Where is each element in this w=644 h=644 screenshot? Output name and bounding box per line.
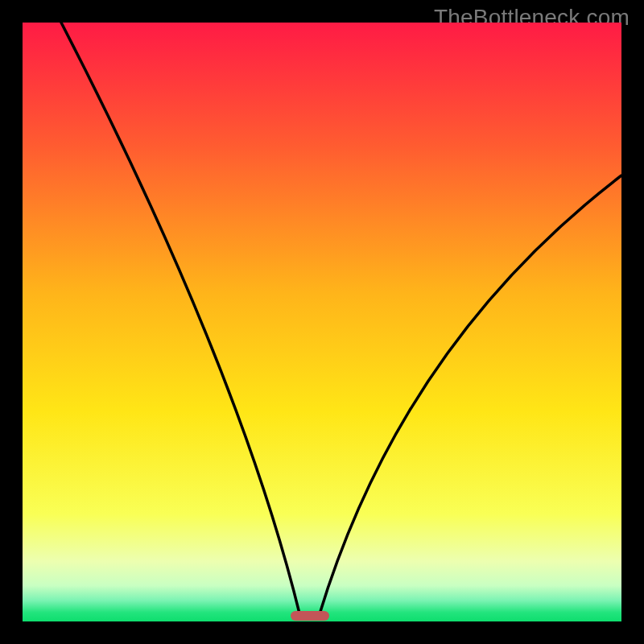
optimum-marker: [291, 611, 329, 621]
bottleneck-curve: [23, 23, 621, 621]
curve-left-branch: [61, 23, 300, 617]
chart-plot-area: [23, 23, 621, 621]
chart-frame: TheBottleneck.com: [0, 0, 644, 644]
curve-right-branch: [319, 175, 621, 617]
